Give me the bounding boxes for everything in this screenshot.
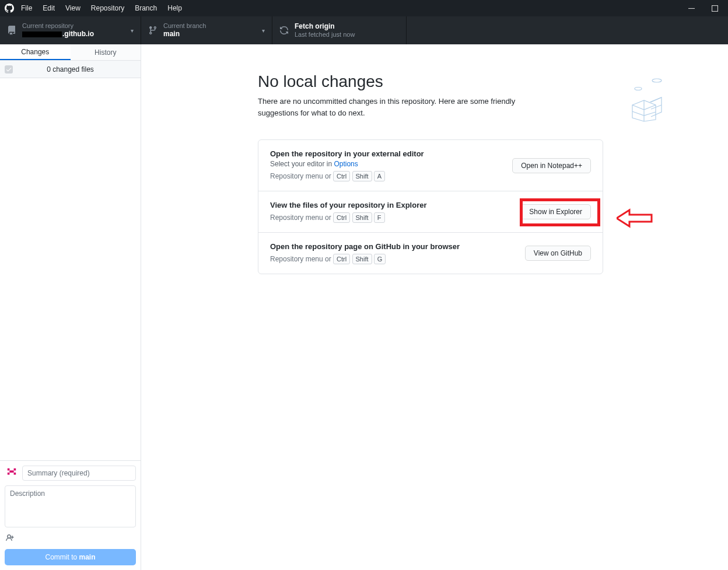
- page-subtitle: There are no uncommitted changes in this…: [258, 96, 538, 118]
- current-repository-selector[interactable]: Current repository .github.io ▾: [0, 16, 141, 44]
- description-input[interactable]: [5, 485, 136, 527]
- options-link[interactable]: Options: [334, 160, 358, 168]
- open-in-editor-button[interactable]: Open in Notepad++: [512, 158, 591, 173]
- fetch-sub: Last fetched just now: [295, 31, 355, 39]
- page-title: No local changes: [258, 72, 603, 91]
- sidebar: Changes History 0 changed files Commit t…: [0, 44, 141, 570]
- svg-point-7: [652, 79, 662, 82]
- card-subtitle: Select your editor in Options: [270, 160, 424, 168]
- svg-rect-3: [14, 468, 16, 471]
- github-logo-icon: [5, 4, 14, 13]
- menu-bar: File Edit View Repository Branch Help: [21, 4, 182, 12]
- card-hint: Repository menu or Ctrl Shift A: [270, 171, 424, 181]
- menu-branch[interactable]: Branch: [135, 4, 157, 12]
- chevron-down-icon: ▾: [131, 27, 134, 34]
- commit-form: Commit to main: [0, 460, 141, 570]
- svg-rect-5: [8, 473, 10, 475]
- changed-files-bar: 0 changed files: [0, 61, 141, 78]
- repo-label: Current repository: [22, 22, 94, 30]
- maximize-icon[interactable]: [710, 4, 719, 12]
- chevron-down-icon: ▾: [262, 27, 265, 34]
- tab-changes[interactable]: Changes: [0, 44, 71, 60]
- view-on-github-button[interactable]: View on GitHub: [525, 246, 591, 261]
- svg-rect-1: [712, 5, 718, 11]
- fetch-label: Fetch origin: [295, 22, 355, 31]
- card-title: Open the repository in your external edi…: [270, 149, 424, 158]
- changed-files-count: 0 changed files: [19, 65, 136, 74]
- suggestions-list: Open the repository in your external edi…: [258, 139, 603, 274]
- title-bar: File Edit View Repository Branch Help: [0, 0, 728, 16]
- select-all-checkbox[interactable]: [5, 65, 13, 74]
- add-coauthor-button[interactable]: [5, 532, 136, 544]
- commit-button[interactable]: Commit to main: [5, 549, 136, 565]
- fetch-origin-button[interactable]: Fetch origin Last fetched just now: [272, 16, 407, 44]
- menu-edit[interactable]: Edit: [43, 4, 55, 12]
- svg-rect-4: [9, 470, 13, 473]
- tab-history[interactable]: History: [71, 44, 141, 60]
- card-view-github: Open the repository page on GitHub in yo…: [258, 233, 603, 274]
- menu-help[interactable]: Help: [167, 4, 182, 12]
- svg-point-8: [635, 88, 642, 90]
- card-hint: Repository menu or Ctrl Shift G: [270, 254, 460, 264]
- card-title: View the files of your repository in Exp…: [270, 201, 427, 209]
- summary-input[interactable]: [22, 466, 136, 481]
- repo-value: .github.io: [22, 30, 94, 39]
- window-controls: [687, 4, 723, 12]
- repo-icon: [7, 26, 16, 35]
- git-branch-icon: [148, 26, 158, 35]
- svg-rect-0: [688, 8, 695, 8]
- show-in-explorer-button[interactable]: Show in Explorer: [520, 204, 591, 219]
- card-show-explorer: View the files of your repository in Exp…: [258, 191, 603, 233]
- branch-value: main: [163, 30, 206, 39]
- avatar: [5, 466, 19, 480]
- menu-file[interactable]: File: [21, 4, 32, 12]
- card-open-editor: Open the repository in your external edi…: [258, 140, 603, 191]
- minimize-icon[interactable]: [687, 4, 695, 12]
- toolbar: Current repository .github.io ▾ Current …: [0, 16, 728, 44]
- annotation-arrow-icon: [617, 208, 655, 230]
- main-panel: No local changes There are no uncommitte…: [141, 44, 728, 570]
- sync-icon: [279, 26, 289, 35]
- menu-view[interactable]: View: [65, 4, 80, 12]
- svg-rect-2: [8, 468, 10, 471]
- current-branch-selector[interactable]: Current branch main ▾: [141, 16, 272, 44]
- empty-state-illustration: [626, 76, 667, 123]
- svg-rect-6: [14, 473, 16, 475]
- branch-label: Current branch: [163, 22, 206, 30]
- menu-repository[interactable]: Repository: [91, 4, 124, 12]
- card-hint: Repository menu or Ctrl Shift F: [270, 212, 427, 223]
- card-title: Open the repository page on GitHub in yo…: [270, 242, 460, 251]
